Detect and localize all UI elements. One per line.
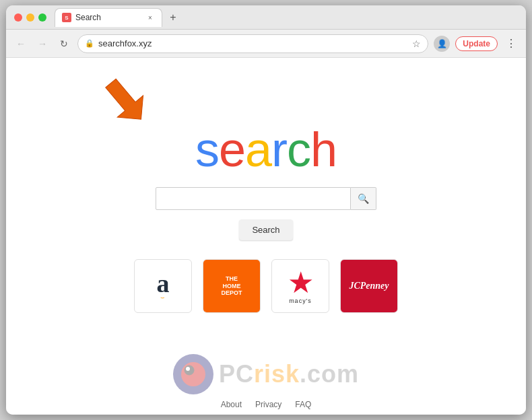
traffic-lights xyxy=(14,13,46,22)
logo-letter-c: c xyxy=(287,123,310,176)
address-bar[interactable]: 🔒 searchfox.xyz ☆ xyxy=(77,34,428,53)
tab-bar: S Search × + xyxy=(55,8,518,27)
arrow-annotation xyxy=(100,71,161,135)
logo-letter-e: e xyxy=(219,123,245,176)
address-text: searchfox.xyz xyxy=(98,38,408,48)
active-tab[interactable]: S Search × xyxy=(55,8,162,27)
svg-point-3 xyxy=(186,367,190,371)
tab-close-button[interactable]: × xyxy=(145,13,155,22)
update-button[interactable]: Update xyxy=(455,36,498,51)
pcrisk-text: PCrisk.com xyxy=(219,360,359,388)
profile-button[interactable]: 👤 xyxy=(434,36,450,52)
macys-star-icon: ★ xyxy=(288,268,314,298)
footer-faq[interactable]: FAQ xyxy=(295,400,311,409)
footer-privacy[interactable]: Privacy xyxy=(255,400,281,409)
search-icon: 🔍 xyxy=(358,193,369,204)
homedepot-logo: THEHOMEDEPOT xyxy=(203,260,260,312)
macys-label: macy's xyxy=(289,298,312,304)
tab-favicon: S xyxy=(62,13,71,22)
quick-link-macys[interactable]: ★ macy's xyxy=(271,259,329,313)
bookmark-icon[interactable]: ☆ xyxy=(412,38,421,49)
quick-link-jcpenney[interactable]: JCPenney xyxy=(340,259,398,313)
quick-link-homedepot[interactable]: THEHOMEDEPOT xyxy=(203,259,261,313)
page-content: search 🔍 Search a ⌣ THEHOMEDEPOT xyxy=(6,58,526,415)
svg-point-2 xyxy=(185,365,194,375)
search-input[interactable] xyxy=(156,187,351,210)
forward-button[interactable]: → xyxy=(34,36,51,52)
title-bar: S Search × + xyxy=(6,5,526,30)
browser-window: S Search × + ← → ↻ 🔒 searchfox.xyz ☆ 👤 U… xyxy=(6,5,526,415)
lock-icon: 🔒 xyxy=(85,39,94,48)
search-button[interactable]: Search xyxy=(239,219,292,240)
footer-about[interactable]: About xyxy=(221,400,242,409)
search-logo: search xyxy=(195,125,337,174)
svg-point-1 xyxy=(181,362,205,386)
minimize-window-button[interactable] xyxy=(26,13,34,22)
pcrisk-logo xyxy=(173,354,213,394)
logo-letter-a: a xyxy=(245,123,271,176)
search-icon-button[interactable]: 🔍 xyxy=(351,187,376,210)
tab-title: Search xyxy=(75,13,101,22)
svg-marker-0 xyxy=(100,73,154,131)
logo-letter-s: s xyxy=(195,123,219,176)
footer: About Privacy FAQ xyxy=(6,400,526,409)
jcpenney-logo: JCPenney xyxy=(341,260,397,312)
back-button[interactable]: ← xyxy=(13,36,29,52)
watermark: PCrisk.com xyxy=(6,354,526,394)
quick-link-amazon[interactable]: a ⌣ xyxy=(134,259,192,313)
reload-button[interactable]: ↻ xyxy=(56,36,72,52)
menu-button[interactable]: ⋮ xyxy=(503,36,519,51)
quick-links: a ⌣ THEHOMEDEPOT ★ macy's JCPe xyxy=(134,259,398,313)
toolbar-right: 👤 Update ⋮ xyxy=(434,36,519,52)
logo-letter-r: r xyxy=(271,123,287,176)
toolbar: ← → ↻ 🔒 searchfox.xyz ☆ 👤 Update ⋮ xyxy=(6,30,526,58)
maximize-window-button[interactable] xyxy=(38,13,46,22)
close-window-button[interactable] xyxy=(14,13,22,22)
search-bar-container: 🔍 xyxy=(156,187,376,210)
new-tab-button[interactable]: + xyxy=(165,9,181,26)
logo-letter-h: h xyxy=(310,123,337,176)
